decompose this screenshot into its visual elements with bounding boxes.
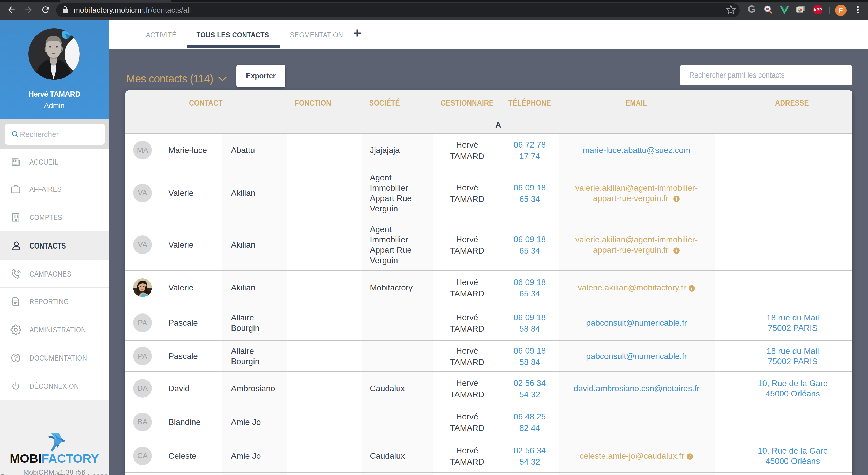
svg-text:G: G	[747, 4, 755, 15]
svg-text:i: i	[676, 196, 677, 202]
svg-text:i: i	[689, 454, 691, 459]
svg-text:i: i	[691, 285, 693, 291]
svg-text:IP: IP	[766, 7, 769, 11]
svg-text:i: i	[676, 248, 677, 253]
svg-text:ABP: ABP	[813, 8, 822, 12]
